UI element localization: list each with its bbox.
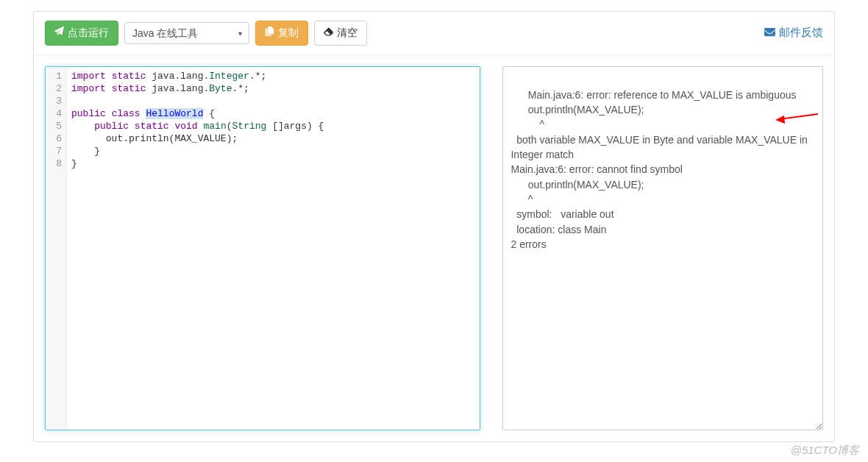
code-line: import static java.lang.Integer.*; (71, 70, 475, 82)
code-line: import static java.lang.Byte.*; (71, 82, 475, 95)
feedback-link-label: 邮件反馈 (779, 26, 823, 40)
run-button-label: 点击运行 (68, 26, 109, 40)
copy-button[interactable]: 复制 (255, 21, 308, 46)
copy-button-label: 复制 (278, 26, 299, 40)
eraser-icon (324, 26, 333, 40)
svg-marker-1 (775, 115, 785, 124)
code-editor[interactable]: 12345678 import static java.lang.Integer… (45, 66, 480, 430)
code-line: public static void main(String []args) { (71, 120, 475, 132)
line-number: 3 (51, 95, 62, 107)
code-line: } (71, 157, 475, 170)
code-line: } (71, 145, 475, 157)
line-number: 1 (51, 70, 62, 82)
line-gutter: 12345678 (46, 67, 67, 430)
code-line (71, 95, 475, 107)
envelope-icon (764, 26, 775, 40)
paper-plane-icon (54, 26, 64, 40)
output-panel[interactable]: Main.java:6: error: reference to MAX_VAL… (502, 66, 823, 430)
toolbar: 点击运行 Java 在线工具 ▾ 复制 清空 邮件反馈 (34, 12, 834, 55)
line-number: 6 (51, 132, 62, 145)
resize-handle-icon (813, 420, 822, 429)
feedback-link[interactable]: 邮件反馈 (764, 26, 823, 40)
code-line: public class HelloWorld { (71, 107, 475, 120)
line-number: 8 (51, 157, 62, 170)
language-select-wrap: Java 在线工具 ▾ (124, 22, 249, 44)
copy-icon (265, 26, 274, 40)
clear-button-label: 清空 (337, 26, 357, 40)
svg-line-0 (780, 114, 818, 119)
output-text: Main.java:6: error: reference to MAX_VAL… (511, 89, 810, 250)
line-number: 2 (51, 82, 62, 95)
run-button[interactable]: 点击运行 (45, 21, 118, 46)
main-container: 点击运行 Java 在线工具 ▾ 复制 清空 邮件反馈 (33, 11, 835, 442)
line-number: 7 (51, 145, 62, 157)
clear-button[interactable]: 清空 (314, 21, 367, 46)
language-select[interactable]: Java 在线工具 (124, 22, 249, 44)
line-number: 4 (51, 107, 62, 120)
content-row: 12345678 import static java.lang.Integer… (34, 55, 834, 441)
code-area[interactable]: import static java.lang.Integer.*;import… (67, 67, 480, 430)
code-line: out.println(MAX_VALUE); (71, 132, 475, 145)
line-number: 5 (51, 120, 62, 132)
